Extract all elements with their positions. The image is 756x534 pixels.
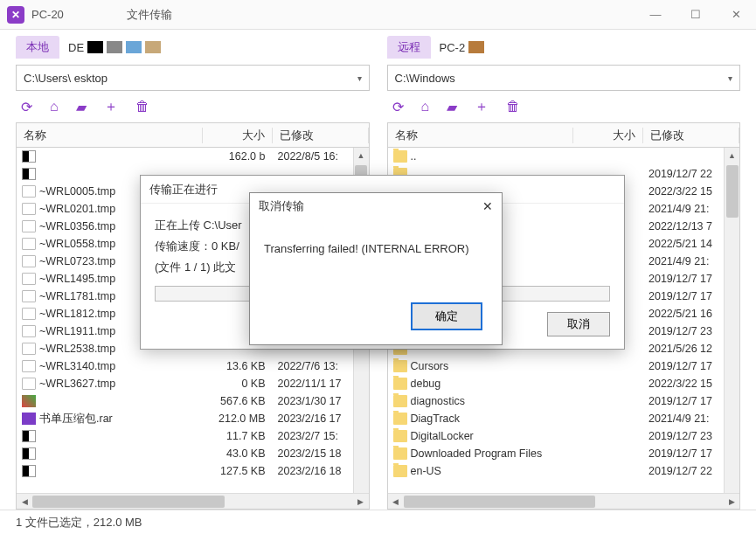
swatch-tan (145, 41, 161, 53)
table-row[interactable]: 567.6 KB2023/1/30 17 (17, 392, 369, 410)
swatch-blue (126, 41, 142, 53)
close-icon[interactable]: ✕ (482, 199, 493, 213)
table-row[interactable]: 书单压缩包.rar212.0 MB2023/2/16 17 (17, 410, 369, 427)
add-icon[interactable]: ＋ (104, 98, 118, 116)
title-prefix: PC-20 (31, 8, 64, 21)
file-icon (22, 185, 36, 198)
file-size: 127.5 KB (203, 465, 273, 477)
remote-table-header: 名称 大小 已修改 (388, 123, 740, 148)
close-button[interactable]: ✕ (716, 0, 756, 30)
scrollbar-thumb[interactable] (726, 165, 739, 218)
home-icon[interactable]: ⌂ (421, 99, 430, 114)
scrollbar-left-icon[interactable]: ◀ (17, 497, 32, 506)
local-path: C:\Users\ esktop (24, 72, 357, 85)
col-name[interactable]: 名称 (388, 128, 574, 143)
file-icon (22, 308, 36, 320)
table-row[interactable]: .. (388, 148, 740, 165)
folder-icon (393, 465, 407, 477)
file-name: diagnostics (411, 395, 574, 407)
file-name: en-US (411, 465, 574, 477)
chevron-down-icon[interactable]: ▾ (357, 73, 362, 83)
folder-icon (393, 413, 407, 425)
table-row[interactable]: DigitalLocker2019/12/7 23 (388, 427, 740, 445)
table-row[interactable]: diagnostics2019/12/7 17 (388, 392, 740, 410)
col-size[interactable]: 大小 (203, 128, 273, 143)
status-text: 1 文件已选定，212.0 MB (16, 515, 142, 531)
cancel-button[interactable]: 取消 (547, 312, 610, 336)
file-name: DigitalLocker (411, 430, 574, 442)
remote-hscrollbar[interactable]: ◀ ▶ (388, 493, 740, 509)
folder-icon (393, 378, 407, 390)
trash-icon[interactable]: 🗑 (135, 99, 149, 114)
table-row[interactable]: 162.0 b2022/8/5 16: (17, 148, 369, 165)
scrollbar-up-icon[interactable]: ▲ (354, 148, 369, 163)
table-row[interactable]: Cursors2019/12/7 17 (388, 357, 740, 375)
table-row[interactable]: ~WRL3140.tmp13.6 KB2022/7/6 13: (17, 357, 369, 375)
file-size: 13.6 KB (203, 360, 273, 372)
bw-icon (22, 168, 36, 180)
folder-icon (393, 360, 407, 372)
scrollbar-up-icon[interactable]: ▲ (725, 148, 739, 163)
file-name: 书单压缩包.rar (39, 412, 203, 427)
remote-pathbar[interactable]: C:\Windows ▾ (387, 65, 741, 91)
file-name: DiagTrack (411, 413, 574, 425)
refresh-icon[interactable]: ⟳ (21, 99, 32, 115)
table-row[interactable]: debug2022/3/22 15 (388, 375, 740, 392)
remote-session-prefix: PC-2 (440, 41, 466, 54)
col-size[interactable]: 大小 (573, 128, 643, 143)
file-size: 0 KB (203, 378, 273, 390)
folder-icon (393, 395, 407, 407)
home-icon[interactable]: ⌂ (50, 99, 59, 114)
table-row[interactable]: ~WRL3627.tmp0 KB2022/11/1 17 (17, 375, 369, 392)
col-modified[interactable]: 已修改 (273, 128, 369, 143)
local-hscrollbar[interactable]: ◀ ▶ (17, 493, 369, 509)
file-name: Downloaded Program Files (411, 447, 574, 460)
hscrollbar-thumb[interactable] (404, 496, 596, 508)
trash-icon[interactable]: 🗑 (506, 99, 520, 114)
up-icon[interactable]: ▰ (447, 99, 457, 115)
refresh-icon[interactable]: ⟳ (392, 99, 404, 115)
file-icon (22, 290, 36, 302)
table-row[interactable]: 127.5 KB2023/2/16 18 (17, 462, 369, 480)
table-row[interactable]: DiagTrack2021/4/9 21: (388, 410, 740, 427)
error-message: Transferring failed! (INTERNAL ERROR) (250, 219, 502, 255)
file-icon (22, 238, 36, 250)
file-name: Cursors (411, 360, 574, 372)
tab-remote[interactable]: 远程 (387, 36, 431, 59)
file-name: ~WRL3140.tmp (39, 360, 203, 372)
remote-session-chip[interactable]: PC-2 (434, 38, 490, 58)
scrollbar-right-icon[interactable]: ▶ (724, 497, 739, 506)
hscrollbar-thumb[interactable] (32, 496, 225, 508)
add-icon[interactable]: ＋ (475, 98, 489, 116)
local-toolbar: ⟳ ⌂ ▰ ＋ 🗑 (16, 91, 370, 122)
title-gap (66, 8, 123, 21)
col-name[interactable]: 名称 (17, 128, 203, 143)
table-row[interactable]: 43.0 KB2023/2/15 18 (17, 445, 369, 462)
maximize-button[interactable]: ☐ (676, 0, 716, 30)
chevron-down-icon[interactable]: ▾ (728, 73, 732, 83)
dialog-title: 取消传输 (259, 198, 304, 214)
local-session-chip[interactable]: DE (63, 38, 166, 58)
local-table-header: 名称 大小 已修改 (17, 123, 369, 148)
file-icon (22, 325, 36, 337)
ok-button[interactable]: 确定 (411, 302, 482, 330)
remote-vscrollbar[interactable]: ▲ (724, 148, 739, 493)
title-suffix: 文件传输 (127, 8, 172, 21)
remote-toolbar: ⟳ ⌂ ▰ ＋ 🗑 (387, 91, 741, 122)
scrollbar-left-icon[interactable]: ◀ (388, 497, 404, 506)
table-row[interactable]: 11.7 KB2023/2/7 15: (17, 427, 369, 445)
file-size: 162.0 b (203, 150, 273, 163)
local-pathbar[interactable]: C:\Users\ esktop ▾ (16, 65, 370, 91)
scrollbar-right-icon[interactable]: ▶ (353, 497, 369, 506)
dialog-titlebar: 取消传输 ✕ (250, 193, 502, 219)
table-row[interactable]: en-US2019/12/7 22 (388, 462, 740, 480)
up-icon[interactable]: ▰ (76, 99, 87, 115)
table-row[interactable]: Downloaded Program Files2019/12/7 17 (388, 445, 740, 462)
local-tabs: 本地 DE (16, 35, 370, 59)
minimize-button[interactable]: — (635, 0, 676, 30)
col-modified[interactable]: 已修改 (643, 128, 739, 143)
file-icon (22, 343, 36, 355)
img-icon (22, 395, 36, 407)
tab-local[interactable]: 本地 (16, 36, 59, 59)
app-icon: ✕ (7, 6, 24, 24)
